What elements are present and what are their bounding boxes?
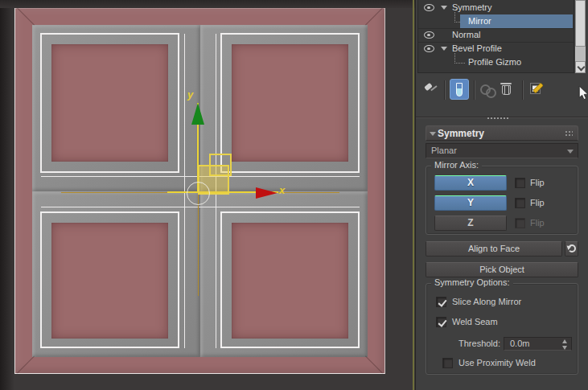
rollout-grip-icon[interactable] xyxy=(565,130,573,138)
trash-can-icon xyxy=(502,85,511,95)
grip-dots-icon xyxy=(487,116,509,119)
align-to-face-button[interactable]: Align to Face xyxy=(426,241,562,257)
pane-panel-tr xyxy=(232,44,348,162)
threshold-label: Threshold: xyxy=(458,339,500,349)
mullion-edge xyxy=(41,207,360,207)
scrollbar-down-button[interactable] xyxy=(575,61,586,73)
bevel-diagonal xyxy=(365,356,383,374)
stack-item-mirror[interactable]: Mirror xyxy=(418,14,574,29)
slice-along-mirror-label: Slice Along Mirror xyxy=(452,297,521,307)
toolbar-separator xyxy=(444,80,445,100)
chevron-down-icon xyxy=(567,150,574,154)
test-tube-icon xyxy=(456,83,463,96)
x-axis-arrow[interactable] xyxy=(256,187,278,199)
y-axis-label: y xyxy=(187,88,193,101)
pane-panel-br xyxy=(232,223,348,339)
show-end-result-button[interactable] xyxy=(450,79,469,100)
rollout-splitter[interactable] xyxy=(416,117,588,121)
y-axis-arrow[interactable] xyxy=(191,103,204,125)
stack-item-symmetry[interactable]: Symmetry xyxy=(418,1,574,14)
flip-z-label: Flip xyxy=(530,218,545,228)
flip-z-checkbox xyxy=(515,218,525,228)
slice-along-mirror-checkbox[interactable] xyxy=(436,297,446,307)
viewport-top-shade xyxy=(0,0,415,8)
app-screen: y x Symmetry Mirror Normal xyxy=(0,0,588,390)
weld-seam-label: Weld Seam xyxy=(452,317,498,327)
chevron-down-icon xyxy=(578,64,586,72)
visibility-eye-icon[interactable] xyxy=(424,45,434,52)
threshold-value[interactable]: 0.0m xyxy=(510,338,529,350)
mirror-plane-edge-vertical xyxy=(198,193,199,296)
visibility-eye-icon[interactable] xyxy=(424,31,434,39)
stack-item-normal[interactable]: Normal xyxy=(418,28,574,43)
reset-alignment-button[interactable] xyxy=(565,241,578,257)
scrollbar-thumb[interactable] xyxy=(575,0,586,47)
expand-arrow-icon[interactable] xyxy=(441,47,447,51)
viewport[interactable]: y x xyxy=(0,0,415,390)
gizmo-center-circle[interactable] xyxy=(187,182,210,205)
active-viewport-border xyxy=(413,0,414,390)
threshold-spinner-field[interactable]: 0.0m xyxy=(504,337,572,351)
mirror-axis-y-button[interactable]: Y xyxy=(434,195,507,211)
stack-item-label[interactable]: Mirror xyxy=(468,14,491,28)
flip-x-label: Flip xyxy=(530,178,545,188)
flip-y-label: Flip xyxy=(530,198,545,208)
use-proximity-weld-label: Use Proximity Weld xyxy=(458,358,536,368)
check-icon xyxy=(438,318,446,327)
mirror-axis-group: Mirror Axis: X Flip Y Flip Z Flip xyxy=(426,166,578,235)
symmetry-options-group: Symmetry Options: Slice Along Mirror Wel… xyxy=(426,283,578,375)
flip-y-checkbox[interactable] xyxy=(515,198,525,208)
symmetry-type-dropdown[interactable]: Planar xyxy=(426,143,578,158)
weld-seam-checkbox[interactable] xyxy=(436,317,446,327)
refresh-icon xyxy=(568,244,576,252)
spinner-buttons[interactable] xyxy=(561,339,569,351)
pick-object-button[interactable]: Pick Object xyxy=(426,262,578,277)
use-proximity-weld-checkbox[interactable] xyxy=(442,358,453,368)
stack-item-label[interactable]: Profile Gizmo xyxy=(468,55,521,69)
check-icon xyxy=(438,298,446,307)
command-panel: Symmetry Mirror Normal Bevel Profile Pro… xyxy=(415,0,588,390)
stack-toolbar xyxy=(416,77,588,106)
mirror-axis-x-button[interactable]: X xyxy=(434,175,507,191)
spinner-down-icon[interactable] xyxy=(562,346,567,350)
stack-item-label[interactable]: Normal xyxy=(452,28,480,42)
modifier-stack-list[interactable]: Symmetry Mirror Normal Bevel Profile Pro… xyxy=(417,0,574,73)
configure-modifier-sets-button[interactable] xyxy=(530,82,545,96)
pane-panel-tl xyxy=(51,44,168,162)
bevel-diagonal xyxy=(365,8,383,26)
symmetry-options-label: Symmetry Options: xyxy=(431,277,513,287)
pin-stack-button[interactable] xyxy=(422,82,437,96)
expand-arrow-icon[interactable] xyxy=(441,6,447,10)
symmetry-rollout-header[interactable]: Symmetry xyxy=(426,125,578,141)
rollout-title: Symmetry xyxy=(438,126,484,141)
visibility-eye-icon[interactable] xyxy=(424,4,434,11)
toolbar-separator xyxy=(474,80,475,100)
flip-x-checkbox[interactable] xyxy=(515,178,525,188)
plane-handle-outline[interactable] xyxy=(209,154,232,176)
stack-item-bevel-profile[interactable]: Bevel Profile xyxy=(418,42,574,55)
spinner-up-icon[interactable] xyxy=(562,339,567,343)
rollout-collapse-arrow-icon xyxy=(430,132,436,136)
pane-panel-bl xyxy=(51,223,168,339)
x-axis-label: x xyxy=(279,184,285,196)
make-unique-button[interactable] xyxy=(480,83,498,97)
mouse-cursor xyxy=(578,86,588,101)
mirror-axis-group-label: Mirror Axis: xyxy=(431,160,482,170)
bevel-diagonal xyxy=(17,356,35,374)
bevel-diagonal xyxy=(17,8,35,26)
stack-item-profile-gizmo[interactable]: Profile Gizmo xyxy=(418,55,574,69)
dropdown-value: Planar xyxy=(431,144,457,158)
viewport-left-shade xyxy=(0,0,14,390)
toolbar-separator xyxy=(522,80,523,100)
mirror-axis-z-button[interactable]: Z xyxy=(434,216,507,231)
remove-modifier-button[interactable] xyxy=(500,81,512,96)
stack-scrollbar[interactable] xyxy=(575,0,586,73)
trash-lid-icon xyxy=(500,83,512,84)
tree-branch-icon xyxy=(454,53,465,64)
